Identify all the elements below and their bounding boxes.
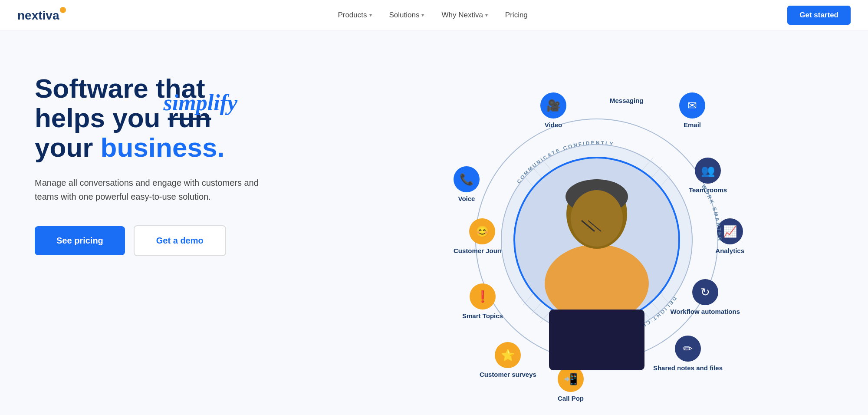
smart-topics-icon: ❗ — [470, 283, 496, 310]
hero-subtext: Manage all conversations and engage with… — [35, 176, 278, 204]
customer-journey-icon: 😊 — [469, 218, 495, 244]
feature-analytics-label: Analytics — [715, 247, 744, 255]
nav-actions: Get started — [787, 6, 851, 25]
logo[interactable]: nextiva — [17, 7, 78, 24]
feature-video-label: Video — [545, 121, 562, 129]
feature-video[interactable]: 🎥 Video — [540, 92, 566, 129]
hero-heading: Software that helps you run simplify you… — [35, 74, 299, 163]
feature-voice[interactable]: 📞 Voice — [454, 166, 480, 203]
nav-why-nextiva[interactable]: Why Nextiva ▾ — [441, 11, 487, 20]
nav-solutions[interactable]: Solutions ▾ — [389, 11, 424, 20]
svg-text:nextiva: nextiva — [17, 9, 59, 22]
feature-diagram: COMMUNICATE CONFIDENTLY WORK SMARTER DEL… — [445, 88, 749, 392]
svg-point-0 — [60, 7, 66, 13]
feature-voice-label: Voice — [458, 195, 475, 203]
feature-email[interactable]: ✉ Email — [679, 92, 705, 129]
see-pricing-button[interactable]: See pricing — [35, 226, 125, 255]
feature-call-pop[interactable]: 📲 Call Pop — [558, 366, 584, 402]
chevron-down-icon: ▾ — [421, 12, 424, 18]
voice-icon: 📞 — [454, 166, 480, 192]
feature-workflow[interactable]: ↻ Workflow automations — [670, 279, 740, 316]
feature-customer-surveys-label: Customer surveys — [480, 371, 536, 379]
nav-links: Products ▾ Solutions ▾ Why Nextiva ▾ Pri… — [338, 11, 527, 20]
navbar: nextiva Products ▾ Solutions ▾ Why Nexti… — [0, 0, 868, 30]
feature-smart-topics-label: Smart Topics — [462, 312, 503, 320]
feature-teamrooms-label: Team rooms — [689, 186, 727, 194]
feature-messaging-label: Messaging — [610, 97, 644, 105]
feature-teamrooms[interactable]: 👥 Team rooms — [689, 158, 727, 194]
get-started-button[interactable]: Get started — [787, 6, 851, 25]
customer-surveys-icon: ⭐ — [495, 342, 521, 368]
feature-shared-notes-label: Shared notes and files — [653, 364, 723, 372]
feature-shared-notes[interactable]: ✏ Shared notes and files — [653, 336, 723, 372]
email-icon: ✉ — [679, 92, 705, 119]
feature-call-pop-label: Call Pop — [558, 395, 584, 402]
diagram-ring — [475, 119, 718, 362]
hero-buttons: See pricing Get a demo — [35, 225, 299, 256]
analytics-icon: 📈 — [717, 218, 743, 244]
hero-section: Software that helps you run simplify you… — [0, 30, 868, 415]
nav-pricing[interactable]: Pricing — [505, 11, 528, 20]
word-business: business. — [101, 132, 225, 162]
workflow-icon: ↻ — [692, 279, 718, 305]
word-simplify: simplify — [164, 90, 237, 115]
feature-customer-journey-label: Customer Journey — [454, 247, 511, 255]
feature-customer-journey[interactable]: 😊 Customer Journey — [454, 218, 511, 255]
feature-email-label: Email — [684, 121, 701, 129]
chevron-down-icon: ▾ — [485, 12, 488, 18]
chevron-down-icon: ▾ — [369, 12, 372, 18]
video-icon: 🎥 — [540, 92, 566, 119]
call-pop-icon: 📲 — [558, 366, 584, 392]
feature-messaging[interactable]: Messaging — [610, 97, 644, 105]
hero-diagram: COMMUNICATE CONFIDENTLY WORK SMARTER DEL… — [326, 30, 868, 415]
nav-products[interactable]: Products ▾ — [338, 11, 372, 20]
feature-customer-surveys[interactable]: ⭐ Customer surveys — [480, 342, 536, 379]
hero-content: Software that helps you run simplify you… — [0, 30, 326, 282]
shared-notes-icon: ✏ — [675, 336, 701, 362]
teamrooms-icon: 👥 — [695, 158, 721, 184]
feature-analytics[interactable]: 📈 Analytics — [715, 218, 744, 255]
get-demo-button[interactable]: Get a demo — [134, 225, 226, 256]
feature-smart-topics[interactable]: ❗ Smart Topics — [462, 283, 503, 320]
feature-workflow-label: Workflow automations — [670, 308, 740, 316]
